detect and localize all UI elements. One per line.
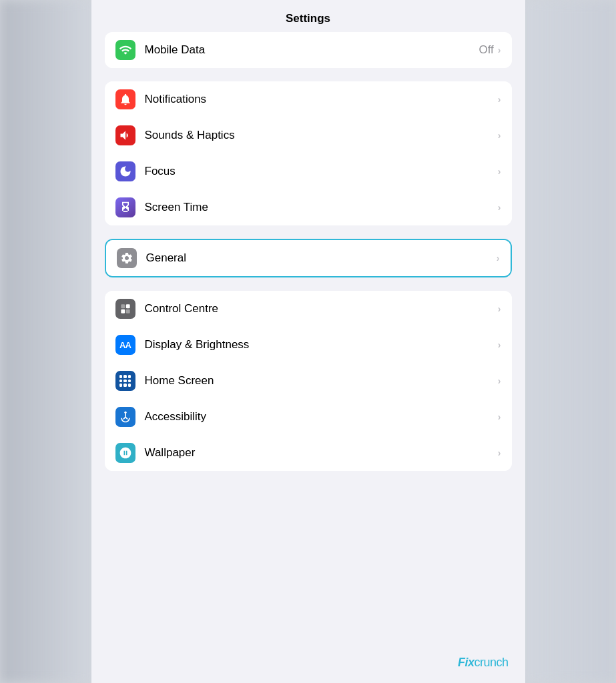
wallpaper-label: Wallpaper (145, 446, 498, 460)
phone-screen: Settings Mobile Data Off › (91, 0, 525, 683)
general-row[interactable]: General › (106, 240, 511, 276)
fixcrunch-badge: Fixcrunch (458, 656, 509, 670)
accessibility-icon (115, 407, 135, 427)
display-brightness-chevron: › (498, 339, 501, 350)
svg-rect-1 (121, 304, 125, 308)
wallpaper-chevron: › (498, 448, 501, 458)
notifications-row[interactable]: Notifications › (105, 81, 512, 117)
content-area: Mobile Data Off › Notifications › (91, 32, 525, 484)
group-display: Control Centre › AA Display & Brightness… (105, 291, 512, 471)
mobile-data-chevron: › (498, 45, 501, 55)
control-centre-label: Control Centre (145, 302, 498, 315)
control-centre-chevron: › (498, 303, 501, 314)
general-icon (117, 248, 137, 268)
home-screen-row[interactable]: Home Screen › (105, 363, 512, 399)
mobile-data-value: Off (479, 43, 493, 57)
display-brightness-label: Display & Brightness (145, 338, 498, 352)
control-centre-row[interactable]: Control Centre › (105, 291, 512, 327)
focus-row[interactable]: Focus › (105, 153, 512, 189)
home-screen-label: Home Screen (145, 374, 498, 388)
sounds-haptics-row[interactable]: Sounds & Haptics › (105, 117, 512, 153)
wallpaper-row[interactable]: Wallpaper › (105, 435, 512, 471)
page-title: Settings (91, 0, 525, 32)
focus-chevron: › (498, 166, 501, 177)
general-chevron: › (497, 253, 500, 263)
notifications-icon (115, 89, 135, 109)
screen-time-label: Screen Time (145, 201, 498, 214)
general-label: General (146, 251, 497, 265)
focus-label: Focus (145, 165, 498, 178)
sounds-haptics-label: Sounds & Haptics (145, 129, 498, 142)
mobile-data-row[interactable]: Mobile Data Off › (105, 32, 512, 68)
sounds-haptics-icon (115, 125, 135, 145)
focus-icon (115, 161, 135, 181)
group-notifications: Notifications › Sounds & Haptics › (105, 81, 512, 225)
group-general: General › (105, 239, 512, 277)
notifications-chevron: › (498, 94, 501, 105)
accessibility-chevron: › (498, 412, 501, 422)
fix-text: Fix (458, 656, 475, 669)
accessibility-label: Accessibility (145, 410, 498, 424)
home-screen-chevron: › (498, 376, 501, 386)
mobile-data-label: Mobile Data (145, 43, 479, 57)
svg-rect-2 (125, 304, 129, 308)
accessibility-row[interactable]: Accessibility › (105, 399, 512, 435)
svg-rect-4 (125, 309, 129, 313)
home-screen-icon (115, 371, 135, 391)
crunch-text: crunch (474, 656, 508, 669)
mobile-data-icon (115, 40, 135, 60)
notifications-label: Notifications (145, 93, 498, 106)
screen-time-chevron: › (498, 202, 501, 213)
control-centre-icon (115, 299, 135, 319)
screen-time-row[interactable]: Screen Time › (105, 189, 512, 225)
svg-rect-3 (121, 309, 125, 313)
display-brightness-row[interactable]: AA Display & Brightness › (105, 327, 512, 363)
group-mobile: Mobile Data Off › (105, 32, 512, 68)
sounds-haptics-chevron: › (498, 130, 501, 141)
general-group-wrapper: General › (105, 239, 512, 277)
screen-time-icon (115, 197, 135, 217)
display-brightness-icon: AA (115, 335, 135, 355)
wallpaper-icon (115, 443, 135, 463)
